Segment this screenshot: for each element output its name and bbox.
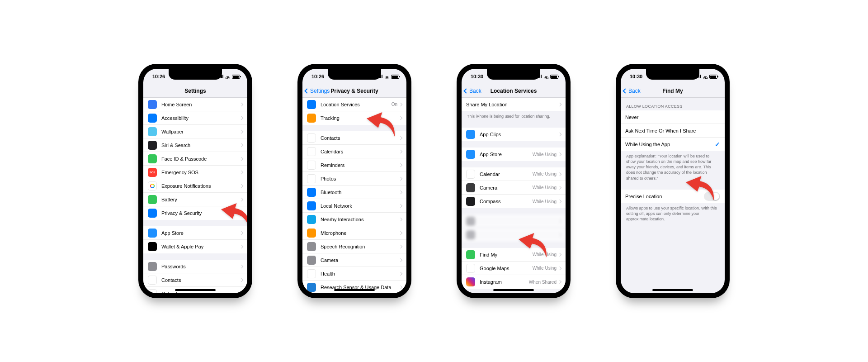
row-home-screen[interactable]: Home Screen	[143, 98, 247, 111]
chevron-right-icon	[399, 102, 402, 106]
chevron-right-icon	[240, 278, 243, 281]
precise-location-row[interactable]: Precise Location	[621, 190, 725, 203]
notch	[646, 69, 699, 80]
back-button[interactable]: Back	[464, 84, 481, 97]
row-value: While Using	[533, 199, 557, 204]
photos-icon	[307, 174, 316, 183]
row-tracking[interactable]: Tracking	[302, 111, 406, 125]
battery-icon	[148, 195, 157, 204]
row-faceid[interactable]: Face ID & Passcode	[143, 152, 247, 166]
row-bluetooth[interactable]: Bluetooth	[302, 186, 406, 199]
row-siri[interactable]: Siri & Search	[143, 138, 247, 152]
row-while[interactable]: While Using the App✓	[621, 138, 725, 151]
row-wallet[interactable]: Wallet & Apple Pay	[143, 240, 247, 253]
row-find-my[interactable]: Find MyWhile Using	[462, 248, 566, 262]
row-label: Siri & Search	[161, 143, 240, 148]
row-label: App Store	[161, 230, 240, 236]
row-nearby[interactable]: Nearby Interactions	[302, 213, 406, 226]
google-maps-icon	[466, 264, 475, 273]
row-sos[interactable]: SOSEmergency SOS	[143, 166, 247, 179]
row-label: Camera	[480, 185, 533, 191]
row-accessibility[interactable]: Accessibility	[143, 111, 247, 125]
row-microphone[interactable]: Microphone	[302, 226, 406, 240]
home-indicator[interactable]	[493, 289, 534, 291]
chevron-right-icon	[558, 172, 561, 176]
chevron-right-icon	[240, 231, 243, 234]
row-label: Reminders	[321, 162, 399, 168]
home-indicator[interactable]	[652, 289, 693, 291]
row-app-store[interactable]: App Store	[143, 226, 247, 240]
row-blur2[interactable]	[462, 228, 566, 242]
row-contacts[interactable]: Contacts	[302, 131, 406, 145]
chevron-right-icon	[240, 245, 243, 248]
checkmark-icon: ✓	[715, 141, 720, 148]
app-store-icon	[466, 150, 475, 159]
row-privacy[interactable]: Privacy & Security	[143, 206, 247, 220]
sos-icon: SOS	[148, 168, 157, 177]
share-location-row[interactable]: Share My Location	[462, 98, 566, 111]
home-indicator[interactable]	[175, 289, 216, 291]
row-label: Battery	[161, 197, 240, 202]
row-camera[interactable]: CameraWhile Using	[462, 181, 566, 195]
faceid-icon	[148, 154, 157, 163]
row-exposure[interactable]: Exposure Notifications	[143, 179, 247, 193]
research-icon	[307, 283, 316, 292]
page-title: Location Services	[491, 88, 537, 94]
chevron-right-icon	[399, 231, 402, 234]
back-button[interactable]: Settings	[305, 84, 330, 97]
row-calendars[interactable]: Calendars	[302, 145, 406, 158]
row-label: Emergency SOS	[161, 170, 240, 175]
home-indicator[interactable]	[334, 289, 375, 291]
row-location-services[interactable]: Location ServicesOn	[302, 98, 406, 111]
chevron-right-icon	[240, 264, 243, 268]
row-wallpaper[interactable]: Wallpaper	[143, 125, 247, 138]
row-reminders-p[interactable]: Reminders	[302, 158, 406, 172]
row-app-store[interactable]: App StoreWhile Using	[462, 148, 566, 161]
chevron-right-icon	[240, 184, 243, 187]
chevron-right-icon	[558, 200, 561, 203]
wifi-icon	[703, 75, 708, 79]
local-network-icon	[307, 201, 316, 210]
row-app-clips[interactable]: App Clips	[462, 128, 566, 141]
wifi-icon	[384, 75, 390, 79]
row-contacts[interactable]: Contacts	[143, 273, 247, 287]
row-calendar[interactable]: CalendarWhile Using	[462, 167, 566, 181]
row-battery[interactable]: Battery	[143, 193, 247, 206]
chevron-right-icon	[558, 102, 561, 106]
row-instagram[interactable]: InstagramWhen Shared	[462, 275, 566, 289]
footer-text: This iPhone is being used for location s…	[462, 111, 566, 121]
row-blur1[interactable]	[462, 214, 566, 228]
time-label: 10:26	[311, 74, 324, 79]
row-passwords[interactable]: Passwords	[143, 260, 247, 273]
row-value: While Using	[533, 185, 557, 190]
row-photos[interactable]: Photos	[302, 172, 406, 186]
row-ask[interactable]: Ask Next Time Or When I Share	[621, 124, 725, 138]
battery-icon	[391, 75, 399, 79]
toggle-switch[interactable]	[704, 192, 720, 201]
footer-text: Allows apps to use your specific locatio…	[621, 203, 725, 224]
chevron-right-icon	[399, 149, 402, 153]
back-button[interactable]: Back	[623, 84, 641, 97]
row-never[interactable]: Never	[621, 110, 725, 124]
exposure-icon	[148, 181, 157, 191]
row-label: Google Maps	[480, 266, 533, 271]
row-camera-p[interactable]: Camera	[302, 253, 406, 267]
row-compass[interactable]: CompassWhile Using	[462, 195, 566, 208]
row-label: Speech Recognition	[321, 244, 399, 249]
row-speech[interactable]: Speech Recognition	[302, 240, 406, 253]
row-label: Calendars	[321, 149, 399, 154]
bluetooth-icon	[307, 188, 316, 197]
chevron-right-icon	[558, 133, 561, 136]
nav-bar: Settings Privacy & Security	[302, 84, 406, 98]
row-label: Share My Location	[466, 102, 558, 107]
row-research[interactable]: Research Sensor & Usage Data	[302, 281, 406, 293]
row-health[interactable]: Health	[302, 267, 406, 281]
row-label: Calendar	[161, 291, 240, 294]
chevron-right-icon	[399, 136, 402, 139]
reminders-p-icon	[307, 161, 316, 170]
row-label: Compass	[480, 199, 533, 204]
chevron-right-icon	[399, 116, 402, 120]
row-google-maps[interactable]: Google MapsWhile Using	[462, 262, 566, 275]
notch	[328, 69, 381, 80]
row-local-network[interactable]: Local Network	[302, 199, 406, 213]
